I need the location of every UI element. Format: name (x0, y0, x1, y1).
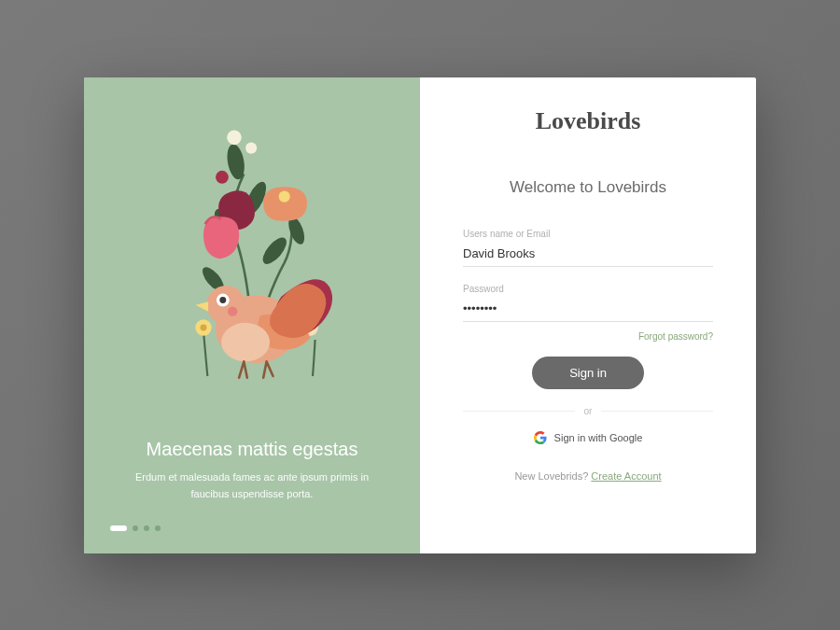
google-icon (534, 431, 547, 444)
onboarding-title: Maecenas mattis egestas (110, 439, 394, 460)
svg-point-2 (259, 233, 290, 268)
login-panel: Lovebirds Welcome to Lovebirds Users nam… (420, 77, 756, 553)
password-field-group: Password (463, 284, 713, 322)
svg-point-7 (245, 142, 257, 153)
pager-dot-3[interactable] (144, 525, 149, 531)
svg-point-13 (221, 322, 270, 361)
onboarding-panel: Maecenas mattis egestas Erdum et malesua… (84, 77, 420, 553)
divider: or (463, 406, 713, 416)
password-input[interactable] (463, 298, 713, 322)
pagination-dots (110, 525, 394, 531)
svg-point-17 (228, 306, 237, 315)
svg-point-8 (216, 170, 229, 183)
google-signin-button[interactable]: Sign in with Google (463, 431, 713, 444)
username-field-group: Users name or Email (463, 229, 713, 267)
password-label: Password (463, 284, 713, 294)
divider-line-left (463, 411, 575, 412)
welcome-heading: Welcome to Lovebirds (463, 178, 713, 197)
brand-logo: Lovebirds (463, 107, 713, 135)
username-label: Users name or Email (463, 229, 713, 239)
pager-dot-2[interactable] (133, 525, 138, 531)
forgot-password-link[interactable]: Forgot password? (463, 331, 713, 342)
create-account-row: New Lovebrids? Create Account (463, 470, 713, 482)
bird-illustration (84, 96, 420, 413)
signin-button[interactable]: Sign in (532, 357, 644, 389)
svg-point-16 (219, 297, 226, 303)
username-input[interactable] (463, 243, 713, 267)
google-signin-label: Sign in with Google (554, 432, 643, 443)
new-user-text: New Lovebrids? (514, 470, 591, 482)
pager-dot-1[interactable] (110, 525, 127, 531)
divider-text: or (584, 406, 593, 416)
svg-point-9 (279, 190, 290, 202)
login-card: Maecenas mattis egestas Erdum et malesua… (84, 77, 756, 553)
svg-point-6 (227, 130, 242, 145)
create-account-link[interactable]: Create Account (591, 470, 661, 482)
onboarding-subtitle: Erdum et malesuada fames ac ante ipsum p… (110, 469, 394, 502)
svg-point-11 (201, 324, 207, 330)
divider-line-right (601, 411, 713, 412)
pager-dot-4[interactable] (155, 525, 161, 531)
